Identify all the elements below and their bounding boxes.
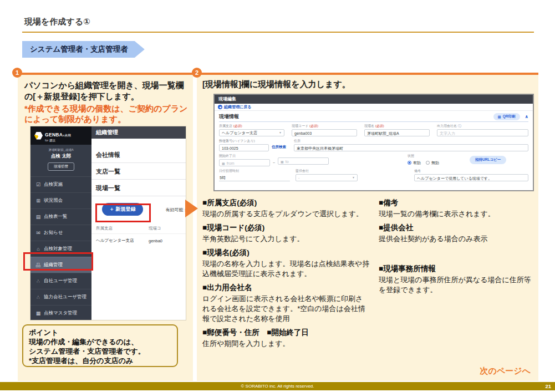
table-list-icon: ▤ xyxy=(35,214,41,220)
form-window-title: 現場編集 xyxy=(215,95,533,104)
provider-select[interactable]: -▼ xyxy=(296,174,358,181)
desc-body: ログイン画面に表示される会社名や帳票に印刷される会社名を設定できます。*空白の場… xyxy=(202,294,370,324)
footer-bar: © SORABITO inc. All rights reserved. 21 xyxy=(0,382,555,390)
date-to-input[interactable]: ▦to xyxy=(278,157,329,165)
radio-on-icon[interactable] xyxy=(408,161,411,165)
desc-body: 現場の所属する支店をプルダウンで選択します。 xyxy=(202,209,370,219)
slide-page: 現場を作成する① システム管理者・支店管理者 1 2 パソコンから組織管理を開き… xyxy=(0,0,555,392)
sidebar-item-label: 自社ユーザ管理 xyxy=(44,278,77,284)
form-row-3: 開始終了日 ▦from ~ ▦to 状態 有効 無効 xyxy=(219,154,528,166)
back-arrow-icon: ◀ xyxy=(218,105,222,109)
genba-logo-text: GENBAx点検 for 建設 xyxy=(45,129,71,142)
sidebar-item-label: 点検表一覧 xyxy=(44,213,68,220)
qr-button-label: QR印刷 xyxy=(503,114,516,119)
date-to-field: ▦to xyxy=(278,154,329,166)
site-name-label-text: 現場名 xyxy=(364,124,374,128)
chevron-up-icon[interactable]: ∧ xyxy=(525,114,529,119)
address-search-link[interactable]: 住所検索 xyxy=(272,145,286,150)
output-company-label-text: 出力用会社名 xyxy=(437,124,457,128)
current-site-label: 茅場町駅前_現場A xyxy=(32,148,90,152)
user-name: 点検 太郎 xyxy=(32,153,90,160)
point-title: ポイント xyxy=(29,328,171,338)
site-switch-button[interactable]: 現場切替 xyxy=(48,162,74,171)
genba-logo: GENBAx点検 for 建設 xyxy=(30,126,91,145)
qr-print-button[interactable]: ▦ QR印刷 xyxy=(493,113,520,120)
site-table-header: 所属支店 現場コ xyxy=(91,223,186,234)
sidebar-item-label: 点検対象管理 xyxy=(44,246,72,252)
required-mark: (必須) xyxy=(309,124,318,128)
desc-heading: ■現場事務所情報 xyxy=(379,264,534,274)
content-header: 組織管理 xyxy=(91,126,186,139)
site-name-label: 現場名 (必須) xyxy=(364,124,430,129)
back-to-org-link[interactable]: ◀ 組織管理に戻る xyxy=(215,104,533,111)
briefcase-icon: ⌂ xyxy=(35,246,41,252)
note-label: 備考 xyxy=(414,169,528,174)
date-from-field: 開始終了日 ▦from xyxy=(219,154,270,166)
desc-heading: ■所属支店(必須) xyxy=(202,198,370,208)
desc-body: 現場と現場の事務所住所が異なる場合に住所等を登録できます。 xyxy=(379,275,534,295)
app-sidebar: GENBAx点検 for 建設 茅場町駅前_現場A 点検 太郎 現場切替 ☑点検… xyxy=(30,126,91,320)
sidebar-item-label: 状況照会 xyxy=(44,197,63,204)
sidebar-item-own-users[interactable]: ∴自社ユーザ管理 xyxy=(30,273,91,289)
section-title: 現場情報 xyxy=(219,113,493,120)
status-label: 状態 xyxy=(408,154,439,159)
chevron-down-icon: ▼ xyxy=(352,175,355,181)
form-screenshot: 現場編集 ◀ 組織管理に戻る 現場情報 ▦ QR印刷 ∧ 所属支店 (必須 xyxy=(213,94,534,191)
desc-body: 現場の名称を入力します。現場名は点検結果表や持込機械届受理証に表示されます。 xyxy=(202,259,370,279)
sidebar-item-news[interactable]: ✉お知らせ xyxy=(30,225,91,241)
zip-input[interactable]: 103-0025 xyxy=(219,144,269,151)
desc-body: 提供会社契約がある場合のみ表示 xyxy=(379,234,534,244)
site-table-row[interactable]: ヘルプセンター支店 genba0 xyxy=(91,234,186,247)
role-badge: システム管理者・支店管理者 xyxy=(22,41,145,58)
cell-site-code: genba0 xyxy=(149,238,186,243)
day-switch-time-input[interactable]: 5時 xyxy=(219,174,290,181)
status-radio-group: 有効 無効 xyxy=(408,159,439,166)
required-mark: (必須) xyxy=(375,124,384,128)
section-header-row: 現場情報 ▦ QR印刷 ∧ xyxy=(219,113,528,121)
sidebar-item-master[interactable]: ▦点検マスタ管理 xyxy=(30,305,91,320)
zip-label: 郵便番号(ハイフンあり) xyxy=(219,139,269,144)
address-input[interactable]: 東京都中央区日本橋茅場町 xyxy=(294,144,528,151)
sidebar-item-label: 点検実施 xyxy=(44,181,63,188)
step-1-note: *作成できる現場の個数は、ご契約のプランによって制限があります。 xyxy=(24,103,189,125)
zip-field: 郵便番号(ハイフンあり) 103-0025 xyxy=(219,139,269,151)
invite-url-copy-button[interactable]: 招待URLコピー xyxy=(470,156,506,164)
sidebar-item-partner-users[interactable]: ∴協力会社ユーザ管理 xyxy=(30,289,91,305)
section-divider xyxy=(219,121,528,122)
logo-main-label: GENBA xyxy=(45,132,63,138)
branch-value: ヘルプセンター支店 xyxy=(222,130,257,136)
day-switch-time-label: 日付切替時刻 xyxy=(219,169,290,174)
provider-label: 提供会社 xyxy=(296,169,358,174)
site-code-input[interactable]: genba003 xyxy=(292,129,357,136)
desc-heading: ■現場名(必須) xyxy=(202,248,370,258)
status-board-icon: ⊞ xyxy=(35,198,41,203)
date-from-input[interactable]: ▦from xyxy=(219,159,270,166)
output-company-input[interactable]: 文字入力 xyxy=(437,129,528,136)
site-code-label: 現場コード (必須) xyxy=(292,124,357,129)
sidebar-item-inspection[interactable]: ☑点検実施 xyxy=(30,176,91,192)
sidebar-item-label: お知らせ xyxy=(44,230,63,236)
branch-select[interactable]: ヘルプセンター支店▼ xyxy=(219,129,284,136)
descriptions-right-column: ■備考 現場一覧の備考欄に表示されます。 ■提供会社 提供会社契約がある場合のみ… xyxy=(379,198,534,349)
col-site-code: 現場コ xyxy=(149,226,186,231)
note-input[interactable]: ヘルプセンターで使用している現場です。 xyxy=(414,174,528,181)
next-page-label: 次のページへ xyxy=(480,366,531,376)
radio-off-icon[interactable] xyxy=(426,161,430,165)
clipboard-check-icon: ☑ xyxy=(35,182,41,187)
note-field: 備考 ヘルプセンターで使用している現場です。 xyxy=(414,169,528,181)
field-descriptions: ■所属支店(必須) 現場の所属する支店をプルダウンで選択します。 ■現場コード(… xyxy=(202,198,534,349)
nav-item-sites[interactable]: 現場一覧 xyxy=(91,180,186,196)
desc-body: 現場一覧の備考欄に表示されます。 xyxy=(379,209,534,219)
sidebar-item-checksheets[interactable]: ▤点検表一覧 xyxy=(30,208,91,225)
site-name-input[interactable]: 茅場町駅前_現場A xyxy=(364,129,430,136)
desc-heading: ■郵便番号・住所 ■開始終了日 xyxy=(202,328,370,338)
sidebar-item-status[interactable]: ⊞状況照会 xyxy=(30,192,91,208)
descriptions-left-column: ■所属支店(必須) 現場の所属する支店をプルダウンで選択します。 ■現場コード(… xyxy=(202,198,370,349)
chevron-down-icon: ▼ xyxy=(279,130,282,136)
nav-item-branches[interactable]: 支店一覧 xyxy=(91,163,186,180)
output-company-label: 出力用会社名 ⓘ xyxy=(437,124,528,129)
nav-item-company[interactable]: 会社情報 xyxy=(91,146,186,163)
day-switch-time-field: 日付切替時刻 5時 xyxy=(219,169,290,181)
form-row-2: 郵便番号(ハイフンあり) 103-0025 住所検索 住所 東京都中央区日本橋茅… xyxy=(219,139,528,151)
point-line: *支店管理者は、自分の支店のみ xyxy=(29,357,171,366)
